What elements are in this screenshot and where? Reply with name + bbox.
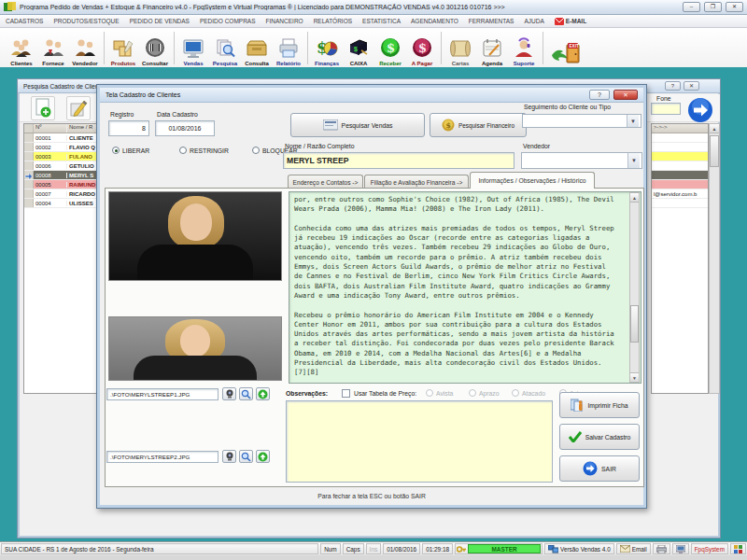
- toolbar-separator: [174, 32, 175, 64]
- add-document-icon: [34, 98, 52, 119]
- svg-text:$: $: [418, 41, 427, 55]
- toolbar-exit[interactable]: EXIT: [546, 29, 587, 67]
- status-grid-panel[interactable]: [730, 543, 746, 554]
- add-record-button[interactable]: [31, 96, 55, 120]
- table-row[interactable]: 00002FLAVIO Q: [24, 143, 97, 152]
- vendedor-combo[interactable]: ▼: [521, 152, 642, 169]
- menu-relatorios[interactable]: RELATÓRIOS: [314, 18, 352, 24]
- toolbar-caixa[interactable]: $ CAIXA: [343, 29, 374, 67]
- table-row[interactable]: 00004ULISSES: [24, 199, 97, 208]
- toolbar-cartas[interactable]: Cartas: [444, 29, 476, 67]
- toolbar-clientes[interactable]: Clientes: [6, 29, 37, 67]
- menu-ferramentas[interactable]: FERRAMENTAS: [469, 18, 514, 24]
- toolbar-financas[interactable]: $ Finanças: [311, 29, 343, 67]
- photo1-path-input[interactable]: .\FOTO\MERYLSTREEP1.JPG: [106, 388, 218, 400]
- toolbar-agenda[interactable]: Agenda: [476, 29, 508, 67]
- pesquisar-vendas-button[interactable]: Pesquisar Vendas: [290, 113, 425, 137]
- table-row[interactable]: 00005RAIMUND: [24, 180, 97, 189]
- table-row[interactable]: 00001CLIENTE: [24, 133, 97, 143]
- minimize-button[interactable]: –: [683, 2, 700, 12]
- menu-pedido-de-vendas[interactable]: PEDIDO DE VENDAS: [130, 18, 190, 24]
- toolbar-pesquisa[interactable]: Pesquisa: [209, 29, 241, 67]
- radio-restringir[interactable]: RESTRINGIR: [179, 147, 229, 154]
- nome-input[interactable]: MERYL STREEP: [283, 152, 514, 169]
- search-close-button[interactable]: ✕: [684, 81, 699, 91]
- observacoes-textarea[interactable]: [286, 400, 553, 483]
- status-user-panel: MASTER: [455, 543, 543, 554]
- menu-email[interactable]: E-MAIL: [555, 18, 586, 25]
- photo2-load-button[interactable]: [256, 450, 270, 463]
- radio-aprazo: Aprazo: [469, 389, 500, 397]
- seller-people-icon: [73, 36, 97, 61]
- footer-hint: Para fechar a tela ESC ou botão SAIR: [97, 493, 646, 499]
- tab-endereco[interactable]: Endereço e Contatos ->: [288, 175, 363, 189]
- toolbar-vendas[interactable]: Vendas: [177, 29, 209, 67]
- photo1-zoom-button[interactable]: [239, 387, 253, 400]
- toolbar-receber[interactable]: $ Receber: [374, 29, 406, 67]
- fone-label: Fone: [656, 95, 671, 102]
- sair-button[interactable]: SAIR: [559, 455, 640, 482]
- imprimir-ficha-button[interactable]: Imprimir Ficha: [559, 392, 640, 418]
- photo2-zoom-button[interactable]: [239, 450, 253, 463]
- toolbar-suporte[interactable]: Suporte: [508, 29, 540, 67]
- webcam-button[interactable]: [222, 387, 236, 400]
- historico-memo[interactable]: por, entre outros como Sophie's Choice (…: [289, 191, 641, 384]
- status-monitor-panel[interactable]: [672, 543, 689, 554]
- photo2-path-input[interactable]: .\FOTO\MERYLSTREEP2.JPG: [106, 451, 218, 463]
- grid-icon: [734, 545, 742, 553]
- menu-ajuda[interactable]: AJUDA: [524, 18, 543, 24]
- svg-text:$: $: [354, 46, 358, 53]
- exit-door-icon: EXIT: [550, 42, 584, 66]
- restore-button[interactable]: ❐: [704, 2, 722, 12]
- tab-filiacao[interactable]: Filiação e Avaliação Financeira ->: [364, 175, 469, 189]
- pay-dollar-icon: $: [410, 36, 434, 61]
- tab-informacoes[interactable]: Informações / Observações / Histórico: [470, 172, 595, 189]
- photo1-load-button[interactable]: [256, 387, 270, 400]
- salvar-cadastro-button[interactable]: Salvar Cadastro: [559, 424, 640, 450]
- scroll-thumb[interactable]: [710, 135, 719, 167]
- toolbar-produtos[interactable]: Produtos: [107, 29, 139, 67]
- toolbar-consultar[interactable]: Consultar: [139, 29, 171, 67]
- toolbar-vendedor[interactable]: Vendedor: [69, 29, 101, 67]
- radio-liberar[interactable]: LIBERAR: [112, 147, 149, 154]
- scroll-up-icon[interactable]: ▲: [710, 124, 719, 133]
- table-row[interactable]: 00007RICARDO: [24, 189, 97, 199]
- toolbar-relatorio[interactable]: Relatório: [273, 29, 304, 67]
- scroll-down-icon[interactable]: ▼: [630, 372, 639, 382]
- email-cell[interactable]: l@servidor.com.b: [652, 189, 708, 199]
- registro-input[interactable]: 8: [108, 120, 149, 136]
- toolbar-fornecedor[interactable]: Fornece: [37, 29, 69, 67]
- table-row-selected[interactable]: 00008MERYL S: [24, 171, 97, 180]
- usar-tabela-checkbox[interactable]: [342, 389, 350, 398]
- dialog-close-button[interactable]: ✕: [613, 90, 638, 100]
- toolbar-apagar[interactable]: $ A Pagar: [406, 29, 438, 67]
- menu-cadastros[interactable]: CADASTROS: [6, 18, 43, 24]
- table-row[interactable]: 00006GETULIO: [24, 161, 97, 171]
- table-scrollbar[interactable]: ▲: [709, 123, 720, 394]
- edit-record-button[interactable]: [66, 96, 91, 120]
- memo-scroll-thumb[interactable]: [630, 305, 639, 343]
- webcam-button[interactable]: [222, 450, 236, 463]
- pesquisar-financeiro-button[interactable]: $ Pesquisar Financeiro: [430, 113, 527, 137]
- table-row[interactable]: 00003FULANO: [24, 152, 97, 161]
- finance-dollar-pie-icon: $: [315, 36, 339, 61]
- search-help-button[interactable]: ?: [665, 81, 681, 91]
- data-cadastro-input[interactable]: 01/08/2016: [155, 120, 215, 136]
- menu-produtos-estoque[interactable]: PRODUTOS/ESTOQUE: [53, 18, 119, 24]
- status-printer-panel[interactable]: [653, 543, 670, 554]
- seguimento-combo[interactable]: ▼: [522, 114, 641, 128]
- fone-input[interactable]: [651, 103, 681, 115]
- scroll-up-icon[interactable]: ▲: [630, 193, 639, 203]
- menu-financeiro[interactable]: FINANCEIRO: [266, 18, 303, 24]
- status-email[interactable]: Email: [616, 543, 651, 554]
- menu-agendamento[interactable]: AGENDAMENTO: [411, 18, 458, 24]
- memo-scrollbar[interactable]: ▲ ▼: [629, 192, 640, 383]
- close-button[interactable]: ✕: [726, 2, 743, 12]
- menu-estatistica[interactable]: ESTATISTICA: [362, 18, 401, 24]
- search-go-button[interactable]: [686, 96, 714, 125]
- row-pointer-icon: [24, 172, 33, 179]
- toolbar-consulta[interactable]: Consulta: [241, 29, 273, 67]
- menu-pedido-compras[interactable]: PEDIDO COMPRAS: [200, 18, 256, 24]
- status-caps: Caps: [343, 543, 364, 554]
- dialog-help-button[interactable]: ?: [589, 90, 610, 100]
